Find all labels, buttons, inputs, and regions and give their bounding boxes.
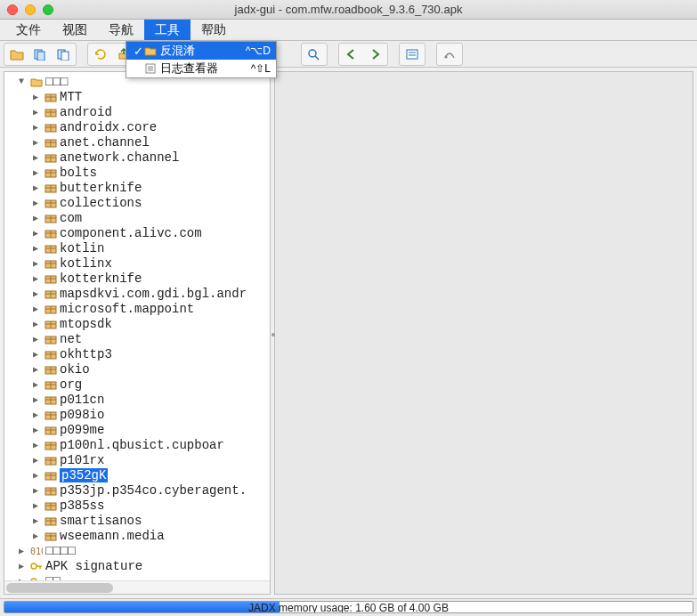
tree-package-kotlin[interactable]: ▶kotlin [4, 240, 270, 255]
forward-button[interactable] [363, 45, 386, 64]
tree-package-p098io[interactable]: ▶p098io [4, 407, 270, 422]
menu-0[interactable]: 文件 [5, 20, 52, 40]
expand-arrow-icon[interactable]: ▶ [33, 122, 44, 133]
tree-package-com[interactable]: ▶com [4, 210, 270, 225]
tree-package-anet-channel[interactable]: ▶anet.channel [4, 134, 270, 150]
traffic-lights [7, 4, 53, 15]
expand-arrow-icon[interactable]: ▶ [33, 485, 44, 496]
tree-package-mapsdkvi-com-gdi-bgl-andr[interactable]: ▶mapsdkvi.com.gdi.bgl.andr [4, 286, 270, 301]
expand-arrow-icon[interactable]: ▶ [33, 273, 44, 284]
tree-package-smartisanos[interactable]: ▶smartisanos [4, 513, 270, 528]
expand-arrow-icon[interactable]: ▶ [33, 500, 44, 511]
expand-arrow-icon[interactable]: ▶ [33, 213, 44, 223]
expand-arrow-icon[interactable]: ▶ [33, 394, 44, 405]
expand-arrow-icon[interactable]: ▶ [33, 470, 44, 481]
expand-arrow-icon[interactable]: ▶ [19, 546, 29, 556]
expand-arrow-icon[interactable]: ▶ [33, 228, 44, 239]
add-files-button[interactable] [28, 45, 52, 64]
tree-node-icon [44, 212, 58, 224]
expand-arrow-icon[interactable]: ▶ [33, 304, 44, 314]
tree-package-MTT[interactable]: ▶MTT [4, 89, 270, 104]
tree-node-label: anet.channel [60, 135, 150, 150]
sync-button[interactable] [89, 45, 112, 64]
tree-package-bolts[interactable]: ▶bolts [4, 165, 270, 180]
expand-arrow-icon[interactable]: ▶ [33, 258, 44, 269]
tree-package-butterknife[interactable]: ▶butterknife [4, 180, 270, 195]
tree-node-icon [44, 333, 58, 345]
splitter-handle[interactable] [272, 333, 275, 336]
expand-arrow-icon[interactable]: ▶ [33, 182, 44, 193]
tree-package-kotlinx[interactable]: ▶kotlinx [4, 255, 270, 271]
expand-arrow-icon[interactable]: ▶ [33, 198, 44, 208]
tree-panel[interactable]: ▼□□□▶MTT▶android▶androidx.core▶anet.chan… [4, 71, 271, 595]
expand-arrow-icon[interactable]: ▶ [33, 425, 44, 435]
tree-package-kotterknife[interactable]: ▶kotterknife [4, 271, 270, 286]
tree-package-p099me[interactable]: ▶p099me [4, 422, 270, 437]
expand-arrow-icon[interactable]: ▶ [33, 152, 44, 163]
settings-button[interactable] [438, 45, 461, 64]
dropdown-item-deobfuscate[interactable]: ✓反混淆^⌥D [126, 42, 276, 60]
package-tree[interactable]: ▼□□□▶MTT▶android▶androidx.core▶anet.chan… [4, 72, 270, 595]
tree-package-anetwork-channel[interactable]: ▶anetwork.channel [4, 150, 270, 165]
tree-package-android[interactable]: ▶android [4, 104, 270, 119]
minimize-window-button[interactable] [25, 4, 36, 15]
expand-arrow-icon[interactable]: ▶ [33, 531, 44, 541]
expand-arrow-icon[interactable]: ▶ [33, 364, 44, 375]
tree-package-net[interactable]: ▶net [4, 331, 270, 346]
menu-2[interactable]: 导航 [98, 20, 144, 40]
tree-package-p011cn[interactable]: ▶p011cn [4, 392, 270, 407]
expand-arrow-icon[interactable]: ▶ [33, 349, 44, 360]
tree-package-collections[interactable]: ▶collections [4, 195, 270, 210]
expand-arrow-icon[interactable]: ▶ [33, 455, 44, 466]
tree-package-org[interactable]: ▶org [4, 377, 270, 392]
expand-arrow-icon[interactable]: ▶ [33, 243, 44, 254]
expand-arrow-icon[interactable]: ▶ [33, 440, 44, 450]
tree-node-label: mtopsdk [60, 317, 112, 331]
expand-arrow-icon[interactable]: ▶ [33, 107, 44, 118]
menu-4[interactable]: 帮助 [190, 20, 237, 40]
tree-node-label: microsoft.mappoint [60, 302, 194, 316]
tree-package-p353jp-p354co-cyberagent-[interactable]: ▶p353jp.p354co.cyberagent. [4, 482, 270, 498]
tree-node-label: p011cn [60, 393, 104, 407]
dropdown-item-log[interactable]: 日志查看器^⇧L [126, 60, 276, 77]
expand-arrow-icon[interactable]: ▶ [33, 167, 44, 178]
menu-3[interactable]: 工具 [144, 20, 190, 40]
expand-arrow-icon[interactable]: ▶ [33, 137, 44, 148]
tree-package-p385ss[interactable]: ▶p385ss [4, 498, 270, 513]
tree-package-component-alivc-com[interactable]: ▶component.alivc.com [4, 225, 270, 240]
close-window-button[interactable] [7, 4, 18, 15]
expand-arrow-icon[interactable]: ▶ [33, 379, 44, 390]
tree-tail-0[interactable]: ▶010□□□□ [4, 543, 270, 558]
expand-arrow-icon[interactable]: ▶ [33, 515, 44, 526]
search-button[interactable] [303, 45, 326, 64]
tree-package-androidx-core[interactable]: ▶androidx.core [4, 119, 270, 134]
tree-package-p100nl-qbusict-cupboar[interactable]: ▶p100nl.qbusict.cupboar [4, 437, 270, 452]
tree-package-okhttp3[interactable]: ▶okhttp3 [4, 346, 270, 361]
menu-1[interactable]: 视图 [52, 20, 98, 40]
expand-arrow-icon[interactable]: ▶ [33, 92, 44, 102]
open-file-button[interactable] [5, 45, 28, 64]
tree-package-p101rx[interactable]: ▶p101rx [4, 452, 270, 467]
deobfuscate-button[interactable] [401, 45, 424, 64]
memory-progress-text: JADX memory usage: 1.60 GB of 4.00 GB [4, 602, 693, 613]
tree-package-wseemann-media[interactable]: ▶wseemann.media [4, 528, 270, 543]
tree-package-microsoft-mappoint[interactable]: ▶microsoft.mappoint [4, 301, 270, 316]
expand-arrow-icon[interactable]: ▶ [33, 319, 44, 329]
tree-node-label: APK signature [45, 559, 142, 573]
horizontal-scrollbar[interactable] [4, 580, 270, 594]
tree-package-p352gK[interactable]: ▶p352gK [4, 467, 270, 482]
expand-arrow-icon[interactable]: ▶ [33, 334, 44, 344]
expand-arrow-icon[interactable]: ▶ [33, 409, 44, 420]
expand-arrow-icon[interactable]: ▼ [19, 77, 29, 86]
expand-arrow-icon[interactable]: ▶ [33, 288, 44, 299]
tree-node-icon [29, 560, 44, 572]
tree-node-label: kotlin [60, 241, 104, 255]
expand-arrow-icon[interactable]: ▶ [19, 561, 29, 571]
tree-tail-1[interactable]: ▶APK signature [4, 558, 270, 573]
zoom-window-button[interactable] [43, 4, 53, 15]
new-project-button[interactable] [52, 45, 75, 64]
back-button[interactable] [340, 45, 363, 64]
tree-package-okio[interactable]: ▶okio [4, 361, 270, 377]
tree-node-label: com [60, 211, 82, 225]
tree-package-mtopsdk[interactable]: ▶mtopsdk [4, 316, 270, 331]
